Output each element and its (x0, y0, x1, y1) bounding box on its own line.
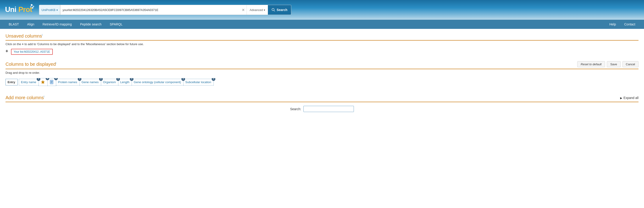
unsaved-columns-add-row: + Your list:M20220412..A0371E (6, 48, 638, 56)
search-input[interactable] (60, 5, 240, 15)
nav-right: Help Contact (605, 20, 640, 29)
column-chip-length[interactable]: ✕ Length (118, 79, 132, 85)
svg-point-5 (30, 6, 32, 7)
db-selector-button[interactable]: UniProtKB (39, 5, 60, 15)
clear-search-button[interactable]: ✕ (240, 8, 246, 12)
columns-info-icon[interactable]: i (56, 62, 56, 64)
add-more-section: Add more columnsi Expand all Search: (6, 95, 638, 112)
logo-text: Uni Prot (4, 3, 34, 17)
svg-marker-8 (41, 80, 45, 84)
column-chip-subcellular[interactable]: ✕ Subcellular location (183, 79, 214, 85)
expand-all-button[interactable]: Expand all (620, 96, 638, 100)
add-more-search-row: Search: (6, 106, 638, 112)
remove-protein-names-icon[interactable]: ✕ (78, 78, 82, 81)
nav-item-align[interactable]: Align (23, 20, 38, 29)
add-more-search-label: Search: (290, 107, 301, 111)
star-icon (40, 80, 45, 84)
columns-displayed-section: Columns to be displayedi Reset to defaul… (6, 61, 638, 88)
cancel-button[interactable]: Cancel (622, 61, 638, 67)
column-chip-organism-label: Organism (103, 80, 116, 84)
nav-left: BLAST Align Retrieve/ID mapping Peptide … (4, 20, 126, 29)
unsaved-columns-description: Click on the + to add to 'Columns to be … (6, 42, 638, 46)
nav-item-peptide[interactable]: Peptide search (76, 20, 106, 29)
column-chip-gene-names-label: Gene names (82, 80, 98, 84)
add-more-title: Add more columnsi (6, 95, 44, 100)
column-chip-entry-label: Entry (8, 80, 15, 84)
add-more-search-input[interactable] (304, 106, 354, 112)
nav-bar: BLAST Align Retrieve/ID mapping Peptide … (0, 20, 644, 29)
columns-header: Columns to be displayedi Reset to defaul… (6, 61, 638, 69)
search-bar: UniProtKB ✕ Advanced Search (39, 5, 291, 15)
svg-point-6 (272, 8, 274, 11)
svg-text:Uni: Uni (5, 5, 16, 13)
advanced-label: Advanced (250, 8, 263, 12)
column-chip-length-label: Length (120, 80, 129, 84)
nav-item-contact[interactable]: Contact (620, 20, 640, 29)
main-content: Unsaved columnsi Click on the + to add t… (0, 29, 644, 117)
search-icon (272, 8, 275, 12)
nav-item-retrieve[interactable]: Retrieve/ID mapping (38, 20, 76, 29)
column-chip-gene-ontology[interactable]: ✕ Gene ontology (cellular component) (132, 79, 184, 85)
columns-displayed-title: Columns to be displayedi (6, 62, 56, 67)
add-column-icon[interactable]: + (6, 48, 8, 54)
advanced-chevron (264, 8, 265, 12)
column-chip-protein-names[interactable]: ✕ Protein names (56, 79, 80, 85)
search-button[interactable]: Search (268, 5, 291, 15)
unsaved-columns-section: Unsaved columnsi Click on the + to add t… (6, 33, 638, 56)
expand-all-chevron (620, 96, 622, 100)
expand-all-label: Expand all (624, 96, 638, 100)
search-button-label: Search (276, 8, 287, 12)
logo-area: Uni Prot (4, 3, 34, 17)
svg-point-4 (32, 7, 34, 9)
column-chip-organism[interactable]: ✕ Organism (101, 79, 118, 85)
columns-actions: Reset to default Save Cancel (577, 61, 638, 67)
advanced-button[interactable]: Advanced (246, 5, 268, 15)
reset-to-default-button[interactable]: Reset to default (577, 61, 605, 67)
nav-item-sparql[interactable]: SPARQL (106, 20, 127, 29)
header: Uni Prot UniProtKB ✕ Advanced (0, 0, 644, 20)
unsaved-columns-title: Unsaved columnsi (6, 33, 638, 40)
column-chip-gene-ontology-label: Gene ontology (cellular component) (134, 80, 181, 84)
remove-entry-name-icon[interactable]: ✕ (37, 78, 40, 81)
svg-point-2 (31, 4, 32, 6)
save-button[interactable]: Save (607, 61, 620, 67)
svg-line-7 (274, 10, 275, 11)
nav-item-help[interactable]: Help (605, 20, 620, 29)
your-list-tag[interactable]: Your list:M20220412..A0371E (11, 49, 53, 55)
svg-point-3 (33, 6, 34, 7)
unsaved-info-icon[interactable]: i (42, 34, 42, 36)
column-chip-entry-name[interactable]: ✕ Entry name (19, 79, 38, 85)
add-more-info-icon[interactable]: i (44, 95, 44, 98)
drag-hint: Drag and drop to re-order. (6, 71, 638, 74)
remove-subcellular-icon[interactable]: ✕ (212, 78, 215, 81)
columns-row: Entry ✕ Entry name ✕ ✕ (6, 78, 638, 88)
add-more-header: Add more columnsi Expand all (6, 95, 638, 102)
column-chip-gene-names[interactable]: ✕ Gene names (80, 79, 101, 85)
column-chip-subcellular-label: Subcellular location (185, 80, 211, 84)
db-selector-chevron (56, 8, 58, 12)
nav-item-blast[interactable]: BLAST (4, 20, 23, 29)
column-chip-protein-names-label: Protein names (58, 80, 77, 84)
document-icon (50, 80, 54, 84)
column-chip-entry[interactable]: Entry (6, 79, 18, 85)
db-selector-label: UniProtKB (42, 8, 56, 12)
column-chip-entry-name-label: Entry name (21, 80, 36, 84)
